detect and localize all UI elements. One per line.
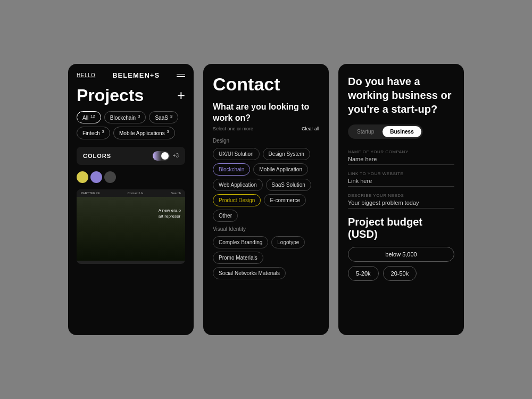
swatch-dark[interactable] xyxy=(104,171,116,183)
filter-fintech[interactable]: Fintech 3 xyxy=(77,127,110,139)
business-card: Do you have a working business or you're… xyxy=(338,64,464,335)
filter-saas[interactable]: SaaS 3 xyxy=(149,111,178,123)
add-project-button[interactable]: + xyxy=(177,88,185,102)
colors-toggle[interactable] xyxy=(153,151,170,161)
website-input[interactable]: Link here xyxy=(348,178,454,187)
contact-card: Contact What are you looking to work on?… xyxy=(203,64,329,335)
filter-blockchain[interactable]: Blockchain 3 xyxy=(104,111,146,123)
company-name-input[interactable]: Name here xyxy=(348,156,454,165)
tag-saas[interactable]: SaaS Solution xyxy=(266,179,311,191)
tag-mobile-app[interactable]: Mobile Application xyxy=(253,163,308,176)
design-tags: UX/UI Solution Design System Blockchain … xyxy=(213,148,319,222)
contact-meta-row: Select one or more Clear all xyxy=(213,126,319,131)
preview-header: PARTTERRE Contact Us Search xyxy=(77,189,185,197)
tag-other[interactable]: Other xyxy=(213,210,238,222)
budget-below5k[interactable]: below 5,000 xyxy=(348,247,454,262)
projects-card: HELLO BELEMEN+S Projects + All 12 Blockc… xyxy=(68,64,194,335)
design-section-label: Design xyxy=(213,138,319,144)
contact-subtitle: What are you looking to work on? xyxy=(213,102,319,124)
colors-plus: +3 xyxy=(173,153,179,159)
tag-blockchain[interactable]: Blockchain xyxy=(213,163,250,176)
menu-icon[interactable] xyxy=(177,74,185,77)
preview-nav-contact: Contact Us xyxy=(128,192,144,195)
budget-20-50k[interactable]: 20-50k xyxy=(383,266,417,281)
clear-button[interactable]: Clear all xyxy=(302,126,319,131)
needs-input[interactable]: Your biggest problem today xyxy=(348,200,454,209)
project-preview: PARTTERRE Contact Us Search A new era o … xyxy=(77,189,185,264)
contact-inner: Contact What are you looking to work on?… xyxy=(203,64,329,335)
colors-toggle-area: +3 xyxy=(153,151,179,161)
tag-branding[interactable]: Complex Branding xyxy=(213,236,268,248)
preview-nav-search: Search xyxy=(171,192,181,195)
color-swatches xyxy=(68,168,194,186)
tag-design-system[interactable]: Design System xyxy=(263,148,310,160)
contact-title: Contact xyxy=(213,74,319,94)
toggle-startup[interactable]: Startup xyxy=(350,126,381,137)
tag-ecommerce[interactable]: E-commerce xyxy=(264,194,306,206)
toggle-business[interactable]: Business xyxy=(383,126,421,137)
visual-tags: Complex Branding Logotype Promo Material… xyxy=(213,236,319,279)
business-inner: Do you have a working business or you're… xyxy=(338,64,464,281)
business-question: Do you have a working business or you're… xyxy=(348,74,454,116)
tag-web-app[interactable]: Web Application xyxy=(213,179,263,191)
company-name-field: NAME OF YOUR COMPANY Name here xyxy=(348,149,454,165)
filter-mobile[interactable]: Mobile Applications 3 xyxy=(113,127,175,139)
logo: BELEMEN+S xyxy=(112,71,160,79)
projects-title-row: Projects + xyxy=(68,85,194,109)
select-hint: Select one or more xyxy=(213,126,253,131)
startup-business-toggle[interactable]: Startup Business xyxy=(348,124,423,139)
projects-title: Projects xyxy=(77,87,144,104)
tag-uxui[interactable]: UX/UI Solution xyxy=(213,148,260,160)
hello-link[interactable]: HELLO xyxy=(77,72,95,78)
tag-promo[interactable]: Promo Materials xyxy=(213,252,263,264)
card1-header: HELLO BELEMEN+S xyxy=(68,64,194,85)
tag-product-design[interactable]: Product Design xyxy=(213,194,261,206)
preview-text: A new era o art represer xyxy=(159,207,181,219)
tag-logotype[interactable]: Logotype xyxy=(271,236,305,248)
company-name-label: NAME OF YOUR COMPANY xyxy=(348,149,454,154)
budget-options: below 5,000 5-20k 20-50k xyxy=(348,247,454,281)
budget-5-20k[interactable]: 5-20k xyxy=(348,266,379,281)
tag-social[interactable]: Social Networks Materials xyxy=(213,267,286,279)
needs-label: DESCRIBE YOUR NEEDS xyxy=(348,193,454,198)
preview-image: A new era o art represer xyxy=(77,197,185,261)
preview-nav-logo: PARTTERRE xyxy=(81,192,100,195)
filter-all[interactable]: All 12 xyxy=(77,111,101,123)
needs-field: DESCRIBE YOUR NEEDS Your biggest problem… xyxy=(348,193,454,209)
website-label: LINK TO YOUR WEBSITE xyxy=(348,171,454,176)
toggle-dot xyxy=(161,152,169,160)
colors-row: COLORS +3 xyxy=(77,147,185,165)
visual-section-label: Visual Identity xyxy=(213,226,319,232)
swatch-yellow[interactable] xyxy=(77,171,88,183)
budget-title: Project budget (USD) xyxy=(348,216,454,240)
website-field: LINK TO YOUR WEBSITE Link here xyxy=(348,171,454,187)
colors-label: COLORS xyxy=(83,153,111,159)
filter-tags-container: All 12 Blockchain 3 SaaS 3 Fintech 3 Mob… xyxy=(68,109,194,144)
swatch-purple[interactable] xyxy=(90,171,102,183)
